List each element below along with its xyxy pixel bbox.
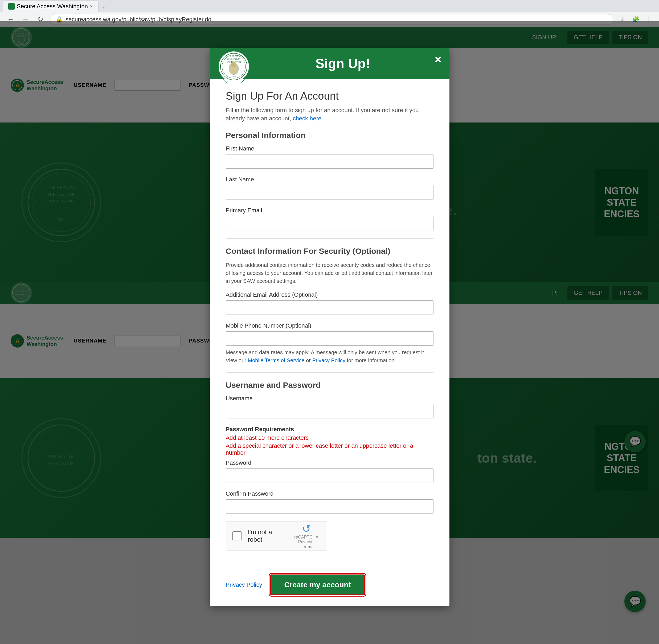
first-name-label: First Name bbox=[226, 145, 433, 152]
confirm-password-input[interactable] bbox=[226, 499, 433, 514]
last-name-label: Last Name bbox=[226, 176, 433, 183]
section-divider-1 bbox=[226, 238, 433, 239]
active-tab[interactable]: Secure Access Washington × bbox=[3, 1, 98, 12]
or-text: or bbox=[306, 358, 311, 363]
mobile-phone-input[interactable] bbox=[226, 331, 433, 346]
password-label: Password bbox=[226, 459, 433, 466]
last-name-input[interactable] bbox=[226, 185, 433, 200]
captcha-label: I'm not a robot bbox=[248, 528, 286, 543]
contact-security-title: Contact Information For Security (Option… bbox=[226, 247, 433, 256]
personal-info-title: Personal Information bbox=[226, 131, 433, 140]
svg-point-30 bbox=[231, 62, 236, 67]
username-password-title: Username and Password bbox=[226, 381, 433, 390]
create-account-btn[interactable]: Create my account bbox=[270, 574, 365, 595]
mobile-note-end: for more information. bbox=[347, 358, 396, 363]
mobile-note: Message and data rates may apply. A mess… bbox=[226, 348, 433, 364]
captcha-logo: ↺ reCAPTCHA Privacy - Terms bbox=[292, 523, 320, 549]
modal-close-btn[interactable]: × bbox=[435, 53, 442, 66]
mobile-terms-link[interactable]: Mobile Terms of Service bbox=[248, 358, 305, 363]
captcha-area[interactable]: I'm not a robot ↺ reCAPTCHA Privacy - Te… bbox=[226, 521, 327, 551]
req-item-1: Add at least 10 more characters bbox=[226, 434, 433, 441]
first-name-input[interactable] bbox=[226, 154, 433, 168]
modal-subtitle: Fill in the following form to sign up fo… bbox=[226, 106, 433, 123]
password-requirements: Password Requirements Add at least 10 mo… bbox=[226, 426, 433, 456]
primary-email-group: Primary Email bbox=[226, 207, 433, 230]
captcha-checkbox[interactable] bbox=[232, 531, 241, 540]
primary-email-input[interactable] bbox=[226, 216, 433, 230]
req-item-2: Add a special character or a lower case … bbox=[226, 442, 433, 456]
tab-close-btn[interactable]: × bbox=[90, 4, 93, 9]
additional-email-label: Additional Email Address (Optional) bbox=[226, 291, 433, 298]
tab-title: Secure Access Washington bbox=[17, 3, 88, 10]
last-name-group: Last Name bbox=[226, 176, 433, 200]
modal-body: Sign Up For An Account Fill in the follo… bbox=[210, 79, 449, 569]
first-name-group: First Name bbox=[226, 145, 433, 168]
section-divider-2 bbox=[226, 372, 433, 373]
modal-title: Sign Up! bbox=[289, 56, 370, 71]
username-input[interactable] bbox=[226, 404, 433, 418]
modal-seal: THE SEAL OF THE STATE OF WASHINGTON 1889 bbox=[218, 51, 250, 83]
signup-modal: THE SEAL OF THE STATE OF WASHINGTON 1889… bbox=[210, 48, 449, 606]
privacy-policy-inline-link[interactable]: Privacy Policy bbox=[312, 358, 345, 363]
modal-overlay: THE SEAL OF THE STATE OF WASHINGTON 1889… bbox=[0, 21, 659, 644]
req-title: Password Requirements bbox=[226, 426, 433, 433]
mobile-phone-label: Mobile Phone Number (Optional) bbox=[226, 322, 433, 329]
additional-email-group: Additional Email Address (Optional) bbox=[226, 291, 433, 315]
captcha-sub-text: Privacy - Terms bbox=[292, 539, 320, 549]
confirm-password-group: Confirm Password bbox=[226, 490, 433, 514]
password-input[interactable] bbox=[226, 468, 433, 483]
confirm-password-label: Confirm Password bbox=[226, 490, 433, 497]
captcha-logo-text: reCAPTCHA bbox=[292, 535, 320, 539]
new-tab-btn[interactable]: + bbox=[98, 2, 108, 12]
svg-text:THE SEAL OF: THE SEAL OF bbox=[226, 54, 242, 57]
primary-email-label: Primary Email bbox=[226, 207, 433, 214]
tab-bar: Secure Access Washington × + bbox=[0, 0, 659, 12]
svg-text:THE STATE OF: THE STATE OF bbox=[227, 58, 241, 60]
security-description: Provide additional contact information t… bbox=[226, 261, 433, 285]
svg-text:1889: 1889 bbox=[232, 75, 236, 78]
modal-header: THE SEAL OF THE STATE OF WASHINGTON 1889… bbox=[210, 48, 449, 79]
captcha-symbol: ↺ bbox=[292, 523, 320, 535]
additional-email-input[interactable] bbox=[226, 300, 433, 315]
mobile-phone-group: Mobile Phone Number (Optional) Message a… bbox=[226, 322, 433, 364]
modal-page-title: Sign Up For An Account bbox=[226, 90, 433, 102]
username-label: Username bbox=[226, 395, 433, 402]
password-group: Password bbox=[226, 459, 433, 483]
username-group: Username bbox=[226, 395, 433, 418]
tab-favicon bbox=[8, 3, 15, 9]
modal-footer: Privacy Policy Create my account bbox=[210, 569, 449, 606]
check-here-link[interactable]: check here. bbox=[292, 115, 323, 122]
privacy-link[interactable]: Privacy Policy bbox=[226, 581, 262, 588]
